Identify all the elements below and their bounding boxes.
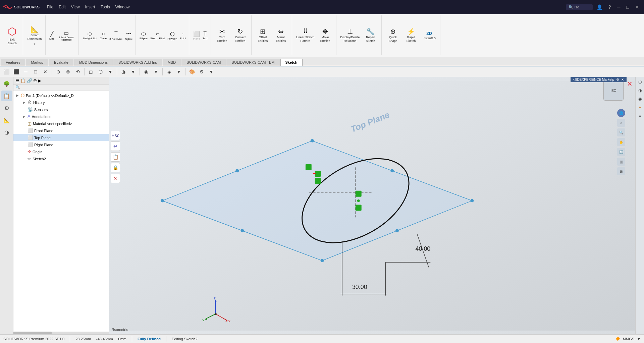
restore-btn[interactable]: □: [625, 4, 631, 10]
previous-view-btn[interactable]: ⟲: [73, 67, 82, 76]
user-icon[interactable]: 👤: [595, 4, 604, 10]
rapid-sketch-button[interactable]: ⚡ RapidSketch: [402, 27, 420, 44]
menu-tools[interactable]: Tools: [99, 4, 112, 10]
tree-top-plane-item[interactable]: ▶ ⬜ Top Plane: [13, 134, 109, 141]
sketch-close-btn[interactable]: ✕: [41, 67, 50, 76]
display-grid-btn[interactable]: ▼: [207, 67, 216, 76]
3d-view-btn[interactable]: ◻: [87, 67, 95, 76]
tab-solidworks-addins[interactable]: SOLIDWORKS Add-Ins: [113, 59, 162, 66]
property-btn[interactable]: 📋: [111, 152, 120, 162]
point-button[interactable]: · Point: [179, 30, 187, 41]
section-view-btn[interactable]: ◑: [119, 67, 128, 76]
constraint-center-2[interactable]: [356, 205, 362, 211]
menu-file[interactable]: File: [45, 4, 55, 10]
offset-entities-button[interactable]: ⊞ OffsetEntities: [254, 27, 272, 44]
exit-sketch-button[interactable]: ⬡ ExitSketch: [3, 24, 21, 46]
spline-button[interactable]: 〜 Spline: [124, 30, 133, 41]
rp-list-btn[interactable]: ≡: [636, 112, 644, 119]
search-box[interactable]: 🔍 iso: [566, 4, 593, 10]
config-manager-icon[interactable]: ⚙: [1, 103, 12, 113]
dim-xpert-icon[interactable]: 📐: [1, 115, 12, 125]
constraint-1[interactable]: [306, 164, 312, 170]
sidebar-scrollbar[interactable]: [13, 332, 109, 334]
tree-sensors-item[interactable]: ▶ 📡 Sensors: [13, 106, 109, 113]
constraint-3[interactable]: [315, 178, 321, 184]
menu-view[interactable]: View: [69, 4, 82, 10]
plane-button[interactable]: ⬜ Plane: [192, 30, 201, 41]
rp-color-btn[interactable]: ●: [636, 104, 644, 111]
sketch-window-button2[interactable]: ⬛: [12, 67, 20, 76]
close-btn[interactable]: ✕: [633, 4, 641, 10]
sketch-restore-btn[interactable]: □: [31, 67, 40, 76]
text-button[interactable]: T Text: [202, 30, 209, 41]
repair-sketch-button[interactable]: 🔧 RepairSketch: [362, 27, 379, 44]
instant2d-button[interactable]: 2D Instant2D: [421, 30, 438, 41]
tab-solidworks-cam-tbm[interactable]: SOLIDWORKS CAM TBM: [226, 59, 279, 66]
pan-btn[interactable]: ✋: [617, 138, 625, 146]
tab-markup[interactable]: Markup: [26, 59, 48, 66]
zoom-selection-btn[interactable]: ⊚: [64, 67, 72, 76]
tree-front-plane-item[interactable]: ▶ ⬜ Front Plane: [13, 127, 109, 134]
tab-sketch[interactable]: Sketch: [280, 59, 303, 66]
tab-solidworks-cam[interactable]: SOLIDWORKS CAM: [181, 59, 226, 66]
root-expand-icon[interactable]: ▶: [16, 94, 19, 97]
constraint-center-dot[interactable]: [357, 199, 360, 202]
tree-history-item[interactable]: ▶ ⏱ History: [13, 99, 109, 106]
property-manager-icon[interactable]: 📋: [1, 91, 12, 101]
sidebar-tool-2[interactable]: 📋: [20, 78, 26, 83]
tree-sketch2-item[interactable]: ▶ ✏ Sketch2: [13, 155, 109, 162]
circle-button[interactable]: ○ Circle: [99, 30, 108, 41]
3point-corner-rect-button[interactable]: ▭ 3 Point Corner Rectangle: [56, 29, 76, 42]
mirror-entities-button[interactable]: ⇔ MirrorEntities: [272, 27, 290, 44]
rotate-btn[interactable]: 🔄: [617, 148, 625, 156]
ellipse-button[interactable]: ⬭ Ellipse: [139, 30, 149, 41]
convert-entities-button[interactable]: ↻ ConvertEntities: [232, 27, 249, 44]
trim-entities-button[interactable]: ✂ TrimEntities: [214, 27, 231, 44]
nav-sphere[interactable]: 🌐: [617, 109, 625, 117]
sidebar-tool-4[interactable]: ⊕: [33, 78, 37, 83]
linear-sketch-pattern-button[interactable]: ⠿ Linear SketchPattern: [295, 27, 316, 44]
annotations-expand[interactable]: ▶: [23, 115, 26, 118]
sketch-window-button1[interactable]: ⬜: [2, 67, 11, 76]
tree-origin-item[interactable]: ▶ ✛ Origin: [13, 148, 109, 155]
display-btn[interactable]: ⊞: [617, 167, 625, 175]
rp-appearance-btn[interactable]: ◑: [636, 87, 644, 94]
history-expand[interactable]: ▶: [23, 101, 26, 104]
display-delete-relations-button[interactable]: ⊥ Display/DeleteRelations: [339, 27, 361, 44]
sketch-viewport[interactable]: Top Plane 30.00 40.00: [109, 77, 635, 334]
constraint-center-1[interactable]: [356, 191, 362, 197]
view-orient-btn[interactable]: ▼: [106, 67, 115, 76]
hide-show-btn[interactable]: ◈: [165, 67, 173, 76]
esc-key-hint[interactable]: Esc: [111, 131, 120, 140]
lock-btn[interactable]: 🔒: [111, 163, 120, 172]
units-dropdown[interactable]: ▼: [637, 337, 641, 341]
tab-mbd[interactable]: MBD: [163, 59, 181, 66]
tab-mbd-dimensions[interactable]: MBD Dimensions: [74, 59, 113, 66]
display-style-btn2[interactable]: ▼: [152, 67, 160, 76]
section-view-btn2[interactable]: ▼: [129, 67, 138, 76]
move-entities-button[interactable]: ✥ MoveEntities: [317, 27, 334, 44]
zoom-btn[interactable]: 🔍: [617, 128, 625, 136]
sidebar-tool-3[interactable]: 🔗: [27, 78, 32, 83]
display-style-btn[interactable]: ◉: [142, 67, 151, 76]
constraint-2[interactable]: [315, 171, 321, 177]
menu-window[interactable]: Window: [113, 4, 132, 10]
zoom-to-fit-btn[interactable]: ⊙: [54, 67, 63, 76]
polygon-button[interactable]: ⬡ Polygon: [166, 30, 178, 41]
rp-scene-btn[interactable]: ⬡: [636, 78, 644, 86]
3d-view-btn2[interactable]: ⬡: [96, 67, 105, 76]
delete-btn[interactable]: ✕: [111, 174, 120, 183]
smart-dimension-button[interactable]: 📐 SmartDimension: [26, 25, 43, 42]
3point-arc-button[interactable]: ⌒ 3 Point Arc: [108, 30, 123, 41]
sidebar-tool-1[interactable]: ☰: [15, 78, 19, 83]
feature-manager-icon[interactable]: 🌳: [1, 78, 12, 89]
sidebar-tool-5[interactable]: ▶: [38, 78, 41, 83]
quick-snaps-button[interactable]: ⊕ QuickSnaps: [384, 27, 402, 44]
tab-features[interactable]: Features: [1, 59, 25, 66]
settings-btn[interactable]: ⚙: [197, 67, 206, 76]
sketch-exit-cross[interactable]: ✕: [627, 80, 633, 88]
home-btn[interactable]: ⌂: [617, 119, 625, 127]
root-part-item[interactable]: ▶ ⬡ Part1 (Default) <<Default>_D: [13, 92, 109, 99]
minimize-btn[interactable]: ─: [615, 4, 623, 10]
sketch-minimize-btn[interactable]: ─: [21, 67, 30, 76]
